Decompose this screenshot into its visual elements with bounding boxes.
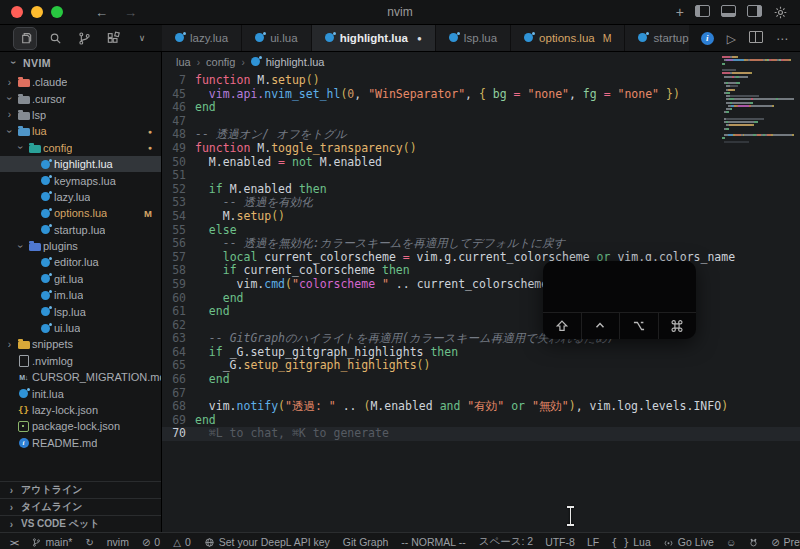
code-line-45[interactable]: 45 vim.api.nvim_set_hl(0, "WinSeparator"… <box>162 88 800 102</box>
split-editor-button[interactable] <box>749 29 763 47</box>
views-dropdown[interactable]: ∨ <box>131 28 153 49</box>
tab-options.lua[interactable]: options.luaM <box>511 25 625 51</box>
tree-item-.nvimlog[interactable]: .nvimlog <box>0 353 161 369</box>
errors-indicator[interactable]: ⊘0 <box>142 536 160 548</box>
code-line-69[interactable]: 69end <box>162 414 800 428</box>
explorer-section-header[interactable]: › NVIM <box>0 52 161 73</box>
code-line-67[interactable]: 67 <box>162 387 800 401</box>
tree-item-options.lua[interactable]: options.luaM <box>0 205 161 221</box>
tree-item-CURSOR_MIGRATION.md[interactable]: M↓CURSOR_MIGRATION.md <box>0 369 161 385</box>
extensions-button[interactable] <box>102 28 124 49</box>
tree-item-plugins[interactable]: ›plugins <box>0 238 161 254</box>
code-line-51[interactable]: 51 <box>162 169 800 183</box>
code-line-47[interactable]: 47 <box>162 115 800 129</box>
warnings-indicator[interactable]: △0 <box>173 536 191 548</box>
tree-item-package-lock.json[interactable]: package-lock.json <box>0 418 161 434</box>
forward-button[interactable]: → <box>124 5 137 20</box>
code-line-63[interactable]: 63 -- GitGraphのハイライトを再適用(カラースキーム再適用で失われる… <box>162 332 800 346</box>
breadcrumb[interactable]: lua›config›highlight.lua <box>162 52 800 72</box>
code-line-68[interactable]: 68 vim.notify("透過: " .. (M.enabled and "… <box>162 400 800 414</box>
spaces-indicator[interactable]: スペース: 2 <box>479 535 533 549</box>
close-button[interactable] <box>11 6 23 18</box>
tree-item-lsp[interactable]: ›lsp <box>0 107 161 123</box>
code-line-58[interactable]: 58 if current_colorscheme then <box>162 264 800 278</box>
tree-item-git.lua[interactable]: git.lua <box>0 271 161 287</box>
toggle-left-panel[interactable] <box>695 3 710 21</box>
code-line-48[interactable]: 48-- 透過オン/ オフをトグル <box>162 128 800 142</box>
tree-item-lsp.lua[interactable]: lsp.lua <box>0 303 161 319</box>
code-line-57[interactable]: 57 local current_colorscheme = vim.g.cur… <box>162 251 800 265</box>
tree-item-keymaps.lua[interactable]: keymaps.lua <box>0 172 161 188</box>
tree-item-im.lua[interactable]: im.lua <box>0 287 161 303</box>
tab-lsp.lua[interactable]: lsp.lua <box>436 25 511 51</box>
tab-ui.lua[interactable]: ui.lua <box>242 25 312 51</box>
explorer-button[interactable] <box>13 27 37 50</box>
pets-button[interactable] <box>748 537 759 548</box>
nvim-indicator[interactable]: nvim <box>107 536 129 548</box>
vim-mode-indicator[interactable]: -- NORMAL -- <box>401 536 465 548</box>
tree-item-ui.lua[interactable]: ui.lua <box>0 320 161 336</box>
tree-item-init.lua[interactable]: init.lua <box>0 385 161 401</box>
go-live-button[interactable]: Go Live <box>663 536 714 548</box>
back-button[interactable]: ← <box>95 5 108 20</box>
code-line-64[interactable]: 64 if _G.setup_gitgraph_highlights then <box>162 346 800 360</box>
tree-item-.claude[interactable]: ›.claude <box>0 74 161 90</box>
zoom-button[interactable] <box>51 6 63 18</box>
tree-item-lua[interactable]: ›lua● <box>0 123 161 139</box>
tab-highlight.lua[interactable]: highlight.lua● <box>312 25 436 51</box>
prettier-indicator[interactable]: ⊘Prettier <box>771 536 800 548</box>
code-line-50[interactable]: 50 M.enabled = not M.enabled <box>162 156 800 170</box>
code-line-59[interactable]: 59 vim.cmd("colorscheme " .. current_col… <box>162 278 800 292</box>
toggle-bottom-panel[interactable] <box>721 3 736 21</box>
tree-item-highlight.lua[interactable]: highlight.lua <box>0 156 161 172</box>
tree-item-lazy.lua[interactable]: lazy.lua <box>0 189 161 205</box>
tree-item-config[interactable]: ›config● <box>0 140 161 156</box>
tree-item-startup.lua[interactable]: startup.lua <box>0 222 161 238</box>
tree-item-.cursor[interactable]: ›.cursor <box>0 90 161 106</box>
tab-info-button[interactable]: i <box>701 32 714 45</box>
feedback-button[interactable]: ☺ <box>726 536 736 548</box>
sync-button[interactable]: ↻ <box>85 536 93 548</box>
code-line-49[interactable]: 49function M.toggle_transparency() <box>162 142 800 156</box>
settings-button[interactable] <box>773 5 788 20</box>
panel-タイムライン[interactable]: ›タイムライン <box>0 498 161 515</box>
breadcrumb-segment[interactable]: lua <box>176 56 191 68</box>
code-line-55[interactable]: 55 else <box>162 224 800 238</box>
run-button[interactable]: ▷ <box>727 29 736 47</box>
git-branch-indicator[interactable]: main* <box>31 536 73 548</box>
panel-VS CODE ペット[interactable]: ›VS CODE ペット <box>0 515 161 532</box>
source-control-button[interactable] <box>73 28 95 49</box>
code-line-66[interactable]: 66 end <box>162 373 800 387</box>
editor-area[interactable]: lua›config›highlight.lua 7function M.set… <box>162 52 800 532</box>
tree-item-README.md[interactable]: iREADME.md <box>0 435 161 451</box>
code-line-60[interactable]: 60 end <box>162 292 800 306</box>
search-button[interactable] <box>44 28 66 49</box>
tree-item-snippets[interactable]: ›snippets <box>0 336 161 352</box>
code-line-54[interactable]: 54 M.setup() <box>162 210 800 224</box>
git-graph-button[interactable]: Git Graph <box>343 536 389 548</box>
code-line-52[interactable]: 52 if M.enabled then <box>162 183 800 197</box>
eol-indicator[interactable]: LF <box>587 536 599 548</box>
code-line-70[interactable]: 70 ⌘L to chat, ⌘K to generate <box>162 427 800 441</box>
tree-item-lazy-lock.json[interactable]: {}lazy-lock.json <box>0 402 161 418</box>
breadcrumb-file[interactable]: highlight.lua <box>266 56 325 68</box>
panel-アウトライン[interactable]: ›アウトライン <box>0 481 161 498</box>
minimap[interactable] <box>722 56 794 144</box>
remote-indicator[interactable]: >< <box>10 536 18 548</box>
new-tab-button[interactable]: + <box>676 3 684 21</box>
tab-lazy.lua[interactable]: lazy.lua <box>162 25 242 51</box>
code-line-46[interactable]: 46end <box>162 101 800 115</box>
code-line-53[interactable]: 53 -- 透過を有効化 <box>162 196 800 210</box>
deepl-indicator[interactable]: Set your DeepL API key <box>204 536 330 548</box>
toggle-right-panel[interactable] <box>747 3 762 21</box>
breadcrumb-segment[interactable]: config <box>206 56 235 68</box>
code-line-65[interactable]: 65 _G.setup_gitgraph_highlights() <box>162 359 800 373</box>
code-line-62[interactable]: 62 <box>162 319 800 333</box>
language-indicator[interactable]: { }Lua <box>611 536 651 548</box>
tab-startup.lua[interactable]: startup.lua <box>625 25 688 51</box>
code-line-61[interactable]: 61 end <box>162 305 800 319</box>
code-view[interactable]: 7function M.setup()45 vim.api.nvim_set_h… <box>162 72 800 441</box>
minimize-button[interactable] <box>31 6 43 18</box>
code-line-56[interactable]: 56 -- 透過を無効化:カラースキームを再適用してデフォルトに戻す <box>162 237 800 251</box>
tree-item-editor.lua[interactable]: editor.lua <box>0 254 161 270</box>
